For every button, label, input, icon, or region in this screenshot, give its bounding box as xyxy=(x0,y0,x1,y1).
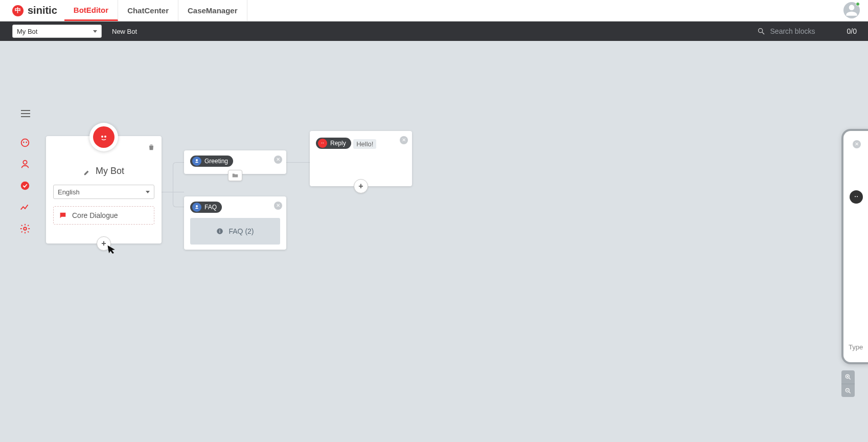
brand[interactable]: 中 sinitic xyxy=(0,0,64,21)
svg-point-4 xyxy=(26,142,27,143)
chat-preview-panel[interactable]: ✕ Type xyxy=(841,129,868,364)
hamburger-icon[interactable] xyxy=(19,107,32,120)
user-tool-icon[interactable] xyxy=(19,159,31,170)
connector xyxy=(286,162,310,163)
svg-point-23 xyxy=(855,196,856,197)
user-icon xyxy=(192,157,201,166)
faq-pill: FAQ xyxy=(190,202,222,213)
preview-input-placeholder: Type xyxy=(849,343,863,351)
svg-point-12 xyxy=(320,141,325,146)
brand-logo-icon: 中 xyxy=(12,5,24,16)
greeting-block[interactable]: Greeting ✕ xyxy=(184,150,286,174)
search-area: 0/0 xyxy=(757,27,860,35)
zoom-in-button[interactable] xyxy=(841,370,855,384)
tab-label: CaseManager xyxy=(188,6,238,15)
zoom-out-button[interactable] xyxy=(841,384,855,397)
tab-label: ChatCenter xyxy=(127,6,169,15)
svg-line-16 xyxy=(849,378,851,380)
faq-inner-label: FAQ (2) xyxy=(229,227,254,235)
core-dialogue-row[interactable]: Core Dialogue xyxy=(53,206,154,225)
trash-icon[interactable] xyxy=(147,143,155,153)
svg-line-20 xyxy=(849,391,851,393)
tab-casemanager[interactable]: CaseManager xyxy=(178,0,247,21)
search-input[interactable] xyxy=(770,27,832,35)
greeting-pill: Greeting xyxy=(190,156,233,167)
top-nav: 中 sinitic BotEditor ChatCenter CaseManag… xyxy=(0,0,868,21)
folder-icon[interactable] xyxy=(228,170,242,181)
new-bot-button[interactable]: New Bot xyxy=(108,26,141,37)
svg-point-13 xyxy=(322,143,323,144)
nav-tabs: BotEditor ChatCenter CaseManager xyxy=(64,0,247,21)
plus-icon: + xyxy=(358,182,363,191)
svg-line-1 xyxy=(762,32,764,34)
svg-point-6 xyxy=(24,227,27,230)
language-select[interactable]: English xyxy=(53,185,154,199)
reply-label: Reply xyxy=(330,140,346,147)
svg-text:i: i xyxy=(219,229,220,234)
analytics-tool-icon[interactable] xyxy=(19,202,31,213)
language-value: English xyxy=(58,188,80,196)
svg-point-22 xyxy=(853,193,859,200)
search-counter: 0/0 xyxy=(847,27,857,35)
info-icon: i xyxy=(216,228,223,235)
faq-block[interactable]: FAQ ✕ i FAQ (2) xyxy=(184,196,286,250)
svg-point-7 xyxy=(99,132,109,142)
gear-tool-icon[interactable] xyxy=(19,223,31,234)
reply-text: Hello! xyxy=(353,139,376,149)
bot-card[interactable]: My Bot English Core Dialogue + xyxy=(46,136,162,244)
svg-point-5 xyxy=(21,182,30,190)
bot-avatar xyxy=(89,123,118,151)
cursor-icon xyxy=(107,244,117,256)
connector xyxy=(173,162,184,192)
reply-block[interactable]: Reply ✕ Hello! + xyxy=(310,131,412,186)
bot-tool-icon[interactable] xyxy=(19,137,31,148)
bot-icon xyxy=(318,139,327,148)
edit-icon[interactable] xyxy=(83,168,90,175)
bot-name: My Bot xyxy=(96,166,124,176)
svg-point-2 xyxy=(21,139,29,147)
close-icon[interactable]: ✕ xyxy=(400,136,408,144)
svg-point-3 xyxy=(23,142,25,143)
user-avatar[interactable] xyxy=(843,2,860,18)
svg-point-24 xyxy=(857,196,858,197)
user-icon xyxy=(192,203,201,212)
tab-boteditor[interactable]: BotEditor xyxy=(64,0,118,21)
connector xyxy=(173,192,184,207)
faq-label: FAQ xyxy=(204,204,217,211)
dialogue-label: Core Dialogue xyxy=(72,211,118,219)
svg-point-9 xyxy=(104,136,106,138)
bot-name-row[interactable]: My Bot xyxy=(53,166,154,176)
bot-face-icon xyxy=(98,131,110,143)
preview-input[interactable]: Type xyxy=(849,343,863,351)
preview-bot-icon xyxy=(850,190,863,204)
brand-name: sinitic xyxy=(28,5,57,16)
add-reply-button[interactable]: + xyxy=(354,179,368,193)
chat-bubble-icon xyxy=(59,211,67,219)
tab-chatcenter[interactable]: ChatCenter xyxy=(118,0,178,21)
status-online-icon xyxy=(856,2,860,6)
svg-point-0 xyxy=(758,29,762,33)
close-icon[interactable]: ✕ xyxy=(853,140,861,148)
reply-pill: Reply xyxy=(316,138,351,149)
faq-inner[interactable]: i FAQ (2) xyxy=(190,218,280,245)
greeting-label: Greeting xyxy=(204,158,228,165)
canvas[interactable]: My Bot English Core Dialogue + Greeting … xyxy=(0,41,868,442)
tab-label: BotEditor xyxy=(74,6,108,14)
zoom-controls xyxy=(841,370,855,397)
close-icon[interactable]: ✕ xyxy=(274,202,282,210)
svg-point-8 xyxy=(101,136,103,138)
new-bot-label: New Bot xyxy=(112,28,137,35)
chat-tool-icon[interactable] xyxy=(19,180,31,191)
close-icon[interactable]: ✕ xyxy=(274,156,282,164)
side-toolbar xyxy=(19,137,31,234)
plus-icon: + xyxy=(101,239,106,248)
search-icon[interactable] xyxy=(757,27,765,35)
bot-select[interactable]: My Bot xyxy=(12,25,102,38)
bot-select-value: My Bot xyxy=(17,28,37,35)
sub-nav: My Bot New Bot 0/0 xyxy=(0,21,868,41)
svg-point-14 xyxy=(323,143,324,144)
